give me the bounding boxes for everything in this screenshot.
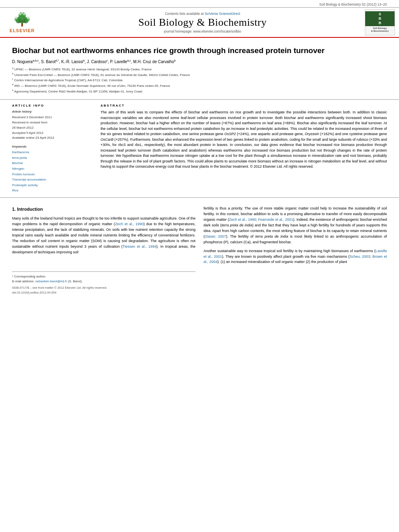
article-title-section: Biochar but not earthworms enhances rice… (0, 38, 399, 99)
ref-glaser2007[interactable]: Glaser, 2007 (205, 234, 226, 238)
introduction-section: 1. Introduction Many soils of the lowlan… (0, 202, 399, 299)
keyword-transcript: Transcript accumulation (12, 177, 93, 183)
citation-bar: Soil Biology & Biochemistry 52 (2012) 13… (0, 0, 399, 8)
ref-fearnside2001[interactable]: Fearnside et al., 2001 (258, 218, 293, 222)
section-title-text: Introduction (17, 207, 43, 212)
section-heading: 1. Introduction (12, 206, 195, 213)
homepage-label: journal homepage: www.elsevier.com/locat… (164, 29, 241, 33)
keyword-nitrogen: Nitrogen (12, 166, 93, 172)
article-info-col: ARTICLE INFO Article history: Received 3… (12, 104, 93, 193)
received-date: Received 3 December 2011 (12, 115, 93, 120)
corresponding-author-note: * Corresponding author. (12, 274, 195, 279)
article-title: Biochar but not earthworms enhances rice… (12, 46, 387, 56)
ref-zech1990[interactable]: Zech et al., 1990 (115, 222, 144, 226)
email-note: E-mail address: sebastien.barot@ird.fr (… (12, 279, 195, 284)
elsevier-tree-icon (11, 12, 33, 27)
intro-right-text: fertility is thus a priority. The use of… (204, 206, 387, 245)
author-1: D. Noguera (12, 60, 33, 64)
author-2: S. Barot (41, 60, 56, 64)
keyword-protein-turnover: Protein turnover (12, 172, 93, 177)
elsevier-logo: ELSEVIER (4, 11, 40, 33)
intro-right-text-2: Another sustainable way to increase trop… (204, 249, 387, 265)
copyright-notice: © 2012 Elsevier Ltd. All rights reserved… (250, 164, 314, 168)
article-history-label: Article history: (12, 110, 93, 113)
journal-title-center: Contents lists available at SciVerse Sci… (40, 12, 365, 33)
article-info-heading: ARTICLE INFO (12, 104, 93, 107)
author-4: J. Cardoso (87, 60, 106, 64)
contents-text: Contents lists available at (165, 12, 204, 16)
received-revised-label: Received in revised form (12, 120, 93, 125)
keyword-terra-preta: terra preta (12, 155, 93, 161)
svg-point-11 (23, 13, 25, 15)
contents-available: Contents lists available at SciVerse Sci… (40, 12, 365, 16)
ref-scheu2003[interactable]: Scheu, 2003 (350, 255, 370, 259)
keywords-section: Keywords: Earthworms terra preta Biochar… (12, 145, 93, 193)
section-number: 1. (12, 207, 16, 212)
authors-line: D. Nogueraa,b,c, S. Barotd,*, K.-R. Laos… (12, 59, 387, 64)
email-link[interactable]: sebastien.barot@ird.fr (35, 279, 67, 283)
journal-homepage: journal homepage: www.elsevier.com/locat… (40, 29, 365, 33)
author-3: K.-R. Laossi (61, 60, 83, 64)
available-date: Available online 23 April 2012 (12, 136, 93, 141)
doi-line: 0038-0717/$ – see front matter © 2012 El… (12, 286, 195, 295)
abstract-col: ABSTRACT The aim of this work was to com… (101, 104, 387, 193)
keywords-label: Keywords: (12, 145, 93, 148)
intro-left-text: Many soils of the lowland humid tropics … (12, 216, 195, 255)
svg-point-9 (27, 16, 29, 19)
affiliations: a UPMC — Bioemco (UMR CNRS 7618), 32 ave… (12, 66, 387, 94)
journal-title: Soil Biology & Biochemistry (40, 16, 365, 29)
article-info-abstract: ARTICLE INFO Article history: Received 3… (0, 99, 399, 198)
abstract-text: The aim of this work was to compare the … (101, 110, 387, 170)
ref-zech1990b[interactable]: Zech et al., 1990 (229, 218, 256, 222)
keyword-biochar: Biochar (12, 160, 93, 166)
keyword-proteolytic: Proteolytic activity (12, 183, 93, 188)
intro-right-col: fertility is thus a priority. The use of… (204, 206, 387, 295)
ref-tiessen1994[interactable]: Tiessen et al., 1994 (123, 244, 156, 249)
intro-left-col: 1. Introduction Many soils of the lowlan… (12, 206, 195, 295)
svg-point-8 (15, 16, 17, 19)
abstract-heading: ABSTRACT (101, 104, 387, 107)
sbb-logo: SBB Soil Biology& Biochemistry (365, 9, 395, 35)
svg-point-10 (19, 13, 21, 15)
citation-text: Soil Biology & Biochemistry 52 (2012) 13… (319, 2, 387, 6)
sciverse-link[interactable]: SciVerse ScienceDirect (205, 12, 240, 16)
journal-header: Soil Biology & Biochemistry 52 (2012) 13… (0, 0, 399, 38)
elsevier-wordmark: ELSEVIER (10, 28, 35, 33)
author-5: P. Lavelle (110, 60, 128, 64)
accepted-date: Accepted 5 April 2012 (12, 131, 93, 136)
keyword-earthworms: Earthworms (12, 150, 93, 155)
footer-separator: * Corresponding author. E-mail address: … (12, 271, 195, 284)
keyword-rice: Rice (12, 188, 93, 193)
revised-date: 26 March 2012 (12, 125, 93, 131)
author-6: M.H. Cruz de Carvalho (133, 60, 174, 64)
